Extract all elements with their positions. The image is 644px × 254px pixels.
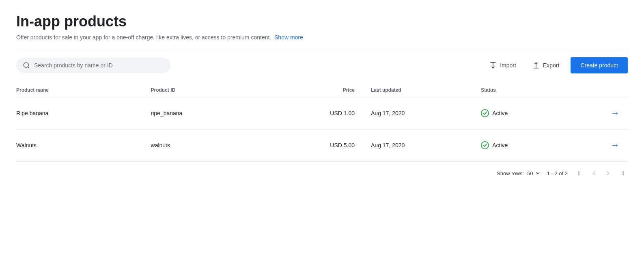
active-status-icon [481,109,489,117]
show-rows-label: Show rows: [497,170,524,177]
first-page-button[interactable] [574,168,586,179]
col-header-status: Status [481,83,579,97]
import-icon [489,62,497,69]
cell-status: Active [481,97,579,129]
page-subtitle: Offer products for sale in your app for … [16,34,628,41]
cell-price: USD 5.00 [285,129,371,161]
col-header-last-updated: Last updated [371,83,481,97]
pagination-row: Show rows: 50 1 - 2 of 2 [16,161,628,182]
products-table: Product name Product ID Price Last updat… [16,83,628,161]
cell-last-updated: Aug 17, 2020 [371,97,481,129]
chevron-right-icon [604,170,612,177]
export-button[interactable]: Export [528,58,564,72]
last-page-button[interactable] [616,168,628,179]
divider [16,49,628,49]
rows-per-page-value: 50 [527,170,533,177]
cell-product-id: ripe_banana [151,97,286,129]
last-page-icon [618,170,625,177]
table-row: Ripe banana ripe_banana USD 1.00 Aug 17,… [16,97,628,129]
first-page-icon [577,170,584,177]
page-info: 1 - 2 of 2 [547,170,568,177]
cell-status: Active [481,129,579,161]
toolbar: Import Export Create product [16,57,628,73]
cell-last-updated: Aug 17, 2020 [371,129,481,161]
rows-per-page-select[interactable]: 50 [527,170,540,177]
svg-line-1 [28,67,29,68]
prev-page-button[interactable] [588,168,600,179]
search-icon [23,62,30,69]
page-title: In-app products [16,13,628,30]
chevron-down-icon [535,170,541,176]
col-header-product-id: Product ID [151,83,286,97]
row-detail-button[interactable]: → [607,106,623,120]
status-label: Active [492,142,508,149]
search-box [16,58,170,73]
cell-arrow: → [579,97,628,129]
active-status-icon [481,141,489,149]
rows-selector: Show rows: 50 [497,170,541,177]
search-input[interactable] [34,62,164,69]
export-icon [532,62,540,69]
chevron-left-icon [590,170,598,177]
next-page-button[interactable] [602,168,614,179]
cell-price: USD 1.00 [285,97,371,129]
cell-product-id: walnuts [151,129,286,161]
col-header-product-name: Product name [16,83,151,97]
create-product-button[interactable]: Create product [571,57,628,73]
table-header-row: Product name Product ID Price Last updat… [16,83,628,97]
page-navigation [574,168,628,179]
cell-product-name: Walnuts [16,129,151,161]
cell-arrow: → [579,129,628,161]
show-more-link[interactable]: Show more [274,34,303,41]
cell-product-name: Ripe banana [16,97,151,129]
status-label: Active [492,110,508,116]
import-button[interactable]: Import [485,58,521,72]
table-row: Walnuts walnuts USD 5.00 Aug 17, 2020 Ac… [16,129,628,161]
col-header-price: Price [285,83,371,97]
row-detail-button[interactable]: → [607,138,623,152]
